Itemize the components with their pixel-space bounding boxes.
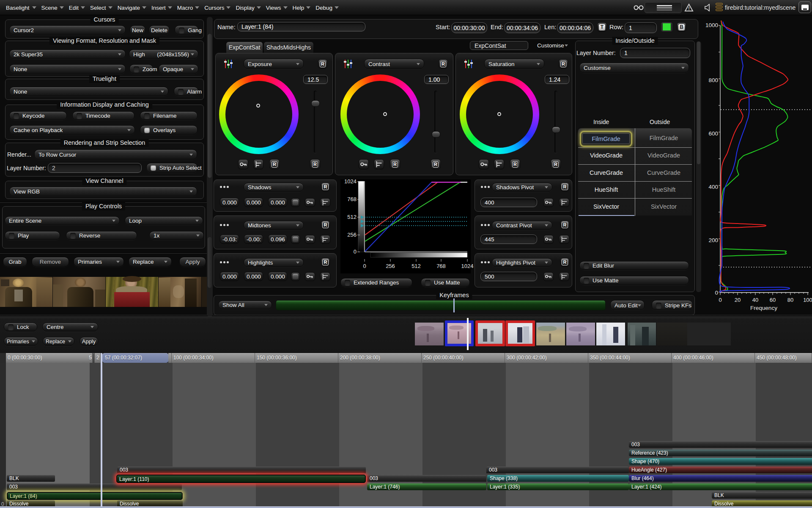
svg-text:256: 256 — [347, 232, 357, 238]
svg-text:768: 768 — [436, 263, 446, 269]
svg-text:768: 768 — [347, 196, 357, 202]
svg-text:1024: 1024 — [344, 179, 357, 185]
svg-text:512: 512 — [347, 214, 357, 220]
svg-text:0: 0 — [354, 248, 357, 255]
svg-text:!: ! — [688, 6, 690, 11]
svg-text:256: 256 — [386, 263, 395, 269]
svg-text:512: 512 — [411, 263, 421, 269]
svg-text:1024: 1024 — [461, 263, 474, 269]
svg-text:0: 0 — [363, 263, 366, 269]
